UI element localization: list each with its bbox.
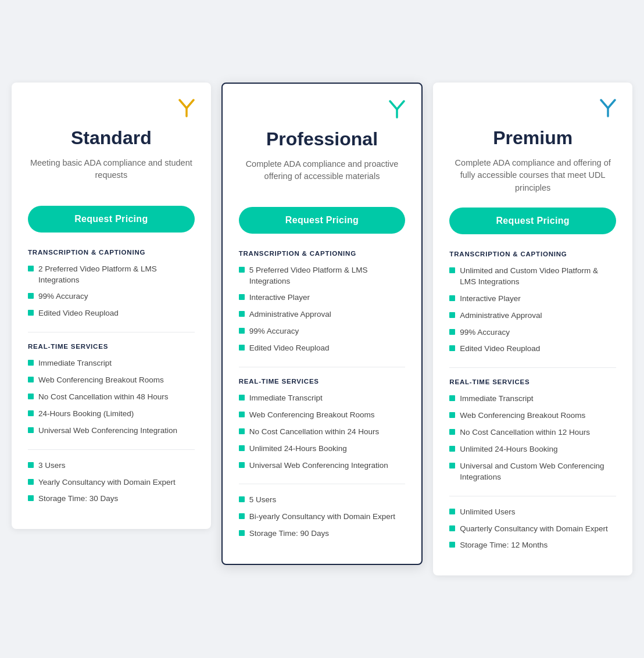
feature-text: Unlimited 24-Hours Booking (249, 444, 347, 455)
premium-y-icon (449, 99, 616, 121)
list-item: Unlimited 24-Hours Booking (449, 444, 616, 455)
pricing-card-standard: StandardMeeting basic ADA compliance and… (12, 83, 211, 530)
list-item: Universal Web Conferencing Integration (239, 460, 406, 471)
feature-text: Interactive Player (460, 294, 520, 305)
feature-text: 5 Users (249, 495, 277, 506)
standard-title: Standard (28, 127, 195, 149)
feature-text: Immediate Transcript (249, 393, 323, 404)
bullet-icon (28, 266, 34, 271)
feature-text: Web Conferencing Breakout Rooms (249, 410, 375, 421)
list-item: 5 Users (239, 495, 406, 506)
list-item: Immediate Transcript (28, 358, 195, 369)
list-item: Unlimited Users (449, 507, 616, 518)
feature-text: 99% Accuracy (38, 291, 88, 302)
list-item: Administrative Approval (449, 310, 616, 321)
feature-text: Storage Time: 30 Days (38, 494, 118, 505)
list-item: Immediate Transcript (239, 393, 406, 404)
list-item: 5 Preferred Video Platform & LMS Integra… (239, 265, 406, 287)
pricing-card-premium: PremiumComplete ADA compliance and offer… (433, 83, 632, 576)
list-item: 2 Preferred Video Platform & LMS Integra… (28, 264, 195, 286)
standard-request-pricing-button[interactable]: Request Pricing (28, 206, 195, 233)
standard-feature-list-1: Immediate TranscriptWeb Conferencing Bre… (28, 358, 195, 436)
bullet-icon (239, 428, 245, 434)
feature-text: Immediate Transcript (38, 358, 112, 369)
bullet-icon (28, 377, 34, 382)
feature-text: Universal and Custom Web Conferencing In… (460, 461, 616, 483)
premium-feature-list-1: Immediate TranscriptWeb Conferencing Bre… (449, 394, 616, 482)
bullet-icon (239, 513, 245, 519)
feature-text: Edited Video Reupload (249, 343, 330, 354)
bullet-icon (449, 463, 455, 469)
bullet-icon (449, 312, 455, 318)
list-item: Edited Video Reupload (239, 343, 406, 354)
list-item: Web Conferencing Breakout Rooms (239, 410, 406, 421)
bullet-icon (449, 412, 455, 418)
list-item: Quarterly Consultancy with Domain Expert (449, 524, 616, 535)
list-item: Edited Video Reupload (28, 308, 195, 319)
feature-text: Immediate Transcript (460, 394, 533, 405)
standard-divider-1 (28, 332, 195, 332)
feature-text: 2 Preferred Video Platform & LMS Integra… (38, 264, 195, 286)
standard-y-icon (28, 99, 195, 121)
premium-title: Premium (449, 127, 616, 149)
bullet-icon (28, 495, 34, 501)
list-item: Web Conferencing Breakout Rooms (449, 410, 616, 421)
standard-section-label-0: TRANSCRIPTION & CAPTIONING (28, 249, 195, 256)
bullet-icon (449, 267, 455, 273)
bullet-icon (449, 329, 455, 335)
list-item: Administrative Approval (239, 309, 406, 320)
premium-divider-1 (449, 367, 616, 368)
feature-text: Administrative Approval (249, 309, 331, 320)
feature-text: Interactive Player (249, 292, 310, 303)
bullet-icon (239, 328, 245, 334)
bullet-icon (239, 530, 245, 536)
premium-section-label-1: REAL-TIME SERVICES (449, 378, 616, 385)
bullet-icon (449, 509, 455, 514)
professional-feature-list-0: 5 Preferred Video Platform & LMS Integra… (239, 265, 406, 354)
bullet-icon (449, 395, 455, 401)
professional-feature-list-1: Immediate TranscriptWeb Conferencing Bre… (239, 393, 406, 471)
pricing-card-professional: ProfessionalComplete ADA compliance and … (221, 83, 423, 565)
bullet-icon (239, 462, 245, 468)
list-item: 99% Accuracy (239, 326, 406, 337)
svg-line-6 (601, 100, 608, 108)
list-item: Yearly Consultancy with Domain Expert (28, 477, 195, 488)
svg-line-7 (608, 100, 615, 108)
feature-text: Yearly Consultancy with Domain Expert (38, 477, 176, 488)
feature-text: No Cost Cancellation within 48 Hours (38, 392, 169, 403)
list-item: Edited Video Reupload (449, 344, 616, 355)
list-item: 99% Accuracy (28, 291, 195, 302)
bullet-icon (239, 311, 245, 317)
feature-text: 99% Accuracy (249, 326, 299, 337)
list-item: 99% Accuracy (449, 327, 616, 338)
standard-section-label-1: REAL-TIME SERVICES (28, 343, 195, 350)
professional-feature-list-2: 5 UsersBi-yearly Consultancy with Domain… (239, 495, 406, 539)
feature-text: Bi-yearly Consultancy with Domain Expert (249, 512, 395, 523)
list-item: Unlimited 24-Hours Booking (239, 444, 406, 455)
premium-description: Complete ADA compliance and offering of … (449, 157, 616, 195)
list-item: Storage Time: 30 Days (28, 494, 195, 505)
feature-text: Storage Time: 12 Months (460, 540, 548, 551)
list-item: Storage Time: 90 Days (239, 528, 406, 539)
bullet-icon (239, 267, 245, 273)
feature-text: Unlimited Users (460, 507, 515, 518)
standard-feature-list-0: 2 Preferred Video Platform & LMS Integra… (28, 264, 195, 320)
feature-text: Unlimited and Custom Video Platform & LM… (460, 266, 616, 288)
list-item: Universal Web Conferencing Integration (28, 425, 195, 437)
premium-request-pricing-button[interactable]: Request Pricing (449, 208, 616, 234)
bullet-icon (28, 462, 34, 468)
feature-text: No Cost Cancellation within 12 Hours (460, 427, 590, 438)
bullet-icon (239, 345, 245, 351)
bullet-icon (28, 293, 34, 299)
professional-request-pricing-button[interactable]: Request Pricing (239, 207, 406, 234)
bullet-icon (28, 410, 34, 416)
bullet-icon (28, 310, 34, 316)
feature-text: 99% Accuracy (460, 327, 510, 338)
feature-text: Universal Web Conferencing Integration (249, 460, 388, 471)
list-item: Storage Time: 12 Months (449, 540, 616, 551)
premium-feature-list-2: Unlimited UsersQuarterly Consultancy wit… (449, 507, 616, 552)
bullet-icon (239, 294, 245, 300)
feature-text: Edited Video Reupload (38, 308, 119, 319)
professional-title: Professional (239, 128, 406, 150)
feature-text: Unlimited 24-Hours Booking (460, 444, 557, 455)
